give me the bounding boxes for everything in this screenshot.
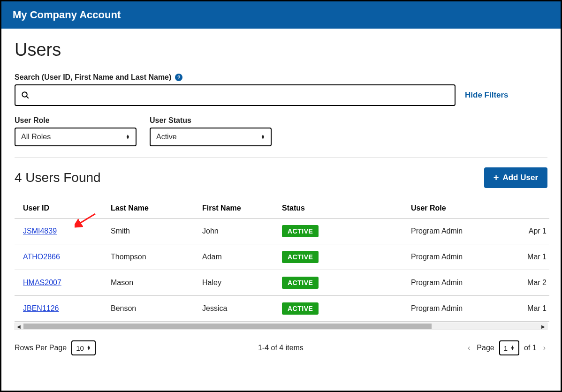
cell-user-role: Program Admin	[406, 270, 505, 296]
prev-page-button[interactable]: ‹	[466, 344, 472, 352]
user-id-link[interactable]: JBEN1126	[23, 304, 59, 312]
user-id-link[interactable]: ATHO2866	[23, 253, 60, 261]
scroll-right-icon[interactable]: ▶	[539, 323, 547, 330]
rows-select[interactable]: 10 ▲▼	[71, 340, 96, 355]
plus-icon: +	[494, 173, 499, 182]
svg-point-0	[22, 92, 27, 97]
cell-date: Mar 1	[505, 296, 549, 322]
cell-last-name: Mason	[106, 270, 197, 296]
table-row: JSMI4839 Smith John ACTIVE Program Admin…	[15, 219, 549, 244]
scrollbar-thumb[interactable]	[23, 324, 432, 329]
chevron-updown-icon: ▲▼	[261, 135, 265, 139]
cell-first-name: Adam	[197, 244, 277, 270]
role-selected: All Roles	[21, 133, 51, 141]
cell-date: Mar 2	[505, 270, 549, 296]
search-icon	[21, 91, 30, 99]
filter-status-label: User Status	[150, 116, 272, 125]
cell-first-name: Jessica	[197, 296, 277, 322]
search-label: Search (User ID, First Name and Last Nam…	[15, 73, 171, 82]
search-input[interactable]	[34, 91, 449, 99]
cell-date: Apr 1	[505, 219, 549, 244]
th-date[interactable]	[505, 197, 549, 219]
app-title: My Company Account	[13, 9, 121, 21]
th-last-name[interactable]: Last Name	[106, 197, 197, 219]
status-badge: ACTIVE	[282, 277, 319, 289]
cell-user-role: Program Admin	[406, 219, 505, 244]
results-count: 4 Users Found	[15, 170, 101, 185]
rows-per-page: Rows Per Page 10 ▲▼	[15, 340, 96, 355]
th-status[interactable]: Status	[277, 197, 406, 219]
cell-date: Mar 1	[505, 244, 549, 270]
user-id-link[interactable]: JSMI4839	[23, 227, 57, 235]
horizontal-scrollbar[interactable]: ◀ ▶	[15, 323, 547, 330]
cell-user-role: Program Admin	[406, 296, 505, 322]
next-page-button[interactable]: ›	[541, 344, 547, 352]
table-wrap: User ID Last Name First Name Status User…	[15, 197, 547, 330]
filter-user-role: User Role All Roles ▲▼	[15, 116, 137, 146]
cell-last-name: Smith	[106, 219, 197, 244]
filters-row: User Role All Roles ▲▼ User Status Activ…	[15, 116, 547, 158]
status-badge: ACTIVE	[282, 251, 319, 263]
pagination-footer: Rows Per Page 10 ▲▼ 1-4 of 4 items ‹ Pag…	[15, 340, 547, 355]
role-select[interactable]: All Roles ▲▼	[15, 128, 137, 146]
th-user-id[interactable]: User ID	[15, 197, 106, 219]
users-table: User ID Last Name First Name Status User…	[15, 197, 549, 322]
filter-role-label: User Role	[15, 116, 137, 125]
status-badge: ACTIVE	[282, 302, 319, 315]
scroll-left-icon[interactable]: ◀	[15, 323, 23, 330]
rows-value: 10	[76, 344, 84, 352]
hide-filters-link[interactable]: Hide Filters	[465, 90, 509, 100]
chevron-updown-icon: ▲▼	[126, 135, 130, 139]
help-icon[interactable]: ?	[175, 74, 182, 81]
page-label: Page	[477, 344, 494, 352]
search-row: Hide Filters	[15, 84, 547, 106]
table-row: JBEN1126 Benson Jessica ACTIVE Program A…	[15, 296, 549, 322]
add-user-button[interactable]: + Add User	[484, 167, 547, 188]
cell-user-role: Program Admin	[406, 244, 505, 270]
page-value: 1	[504, 344, 508, 352]
cell-last-name: Benson	[106, 296, 197, 322]
cell-first-name: Haley	[197, 270, 277, 296]
page-nav: ‹ Page 1 ▲▼ of 1 ›	[466, 340, 547, 355]
rows-label: Rows Per Page	[15, 344, 67, 352]
app-header: My Company Account	[1, 1, 561, 29]
range-text: 1-4 of 4 items	[258, 344, 304, 352]
cell-first-name: John	[197, 219, 277, 244]
th-first-name[interactable]: First Name	[197, 197, 277, 219]
of-text: of 1	[524, 344, 537, 352]
search-box[interactable]	[15, 84, 456, 106]
page-select[interactable]: 1 ▲▼	[499, 340, 519, 355]
svg-line-1	[26, 96, 29, 98]
page-title: Users	[15, 40, 547, 60]
table-row: HMAS2007 Mason Haley ACTIVE Program Admi…	[15, 270, 549, 296]
chevron-updown-icon: ▲▼	[510, 346, 515, 350]
chevron-updown-icon: ▲▼	[87, 346, 91, 350]
cell-last-name: Thompson	[106, 244, 197, 270]
table-header-row: User ID Last Name First Name Status User…	[15, 197, 549, 219]
status-select[interactable]: Active ▲▼	[150, 128, 272, 146]
table-row: ATHO2866 Thompson Adam ACTIVE Program Ad…	[15, 244, 549, 270]
status-badge: ACTIVE	[282, 225, 319, 237]
user-id-link[interactable]: HMAS2007	[23, 279, 61, 286]
th-user-role[interactable]: User Role	[406, 197, 505, 219]
main-content: Users Search (User ID, First Name and La…	[1, 29, 561, 360]
search-label-row: Search (User ID, First Name and Last Nam…	[15, 73, 547, 82]
status-selected: Active	[156, 133, 177, 141]
add-user-label: Add User	[502, 173, 538, 182]
filter-user-status: User Status Active ▲▼	[150, 116, 272, 146]
results-header: 4 Users Found + Add User	[15, 167, 547, 188]
